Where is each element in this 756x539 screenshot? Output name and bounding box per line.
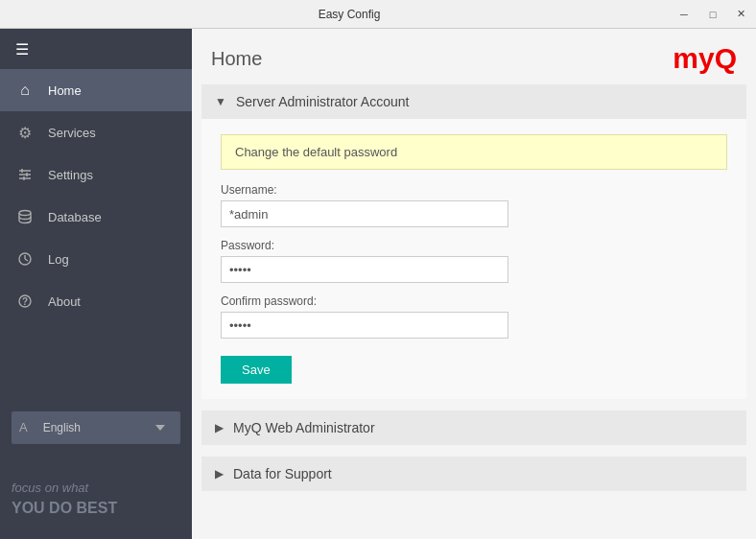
sidebar-bottom: A English German French: [0, 400, 192, 463]
save-button[interactable]: Save: [221, 356, 292, 384]
username-label: Username:: [221, 183, 727, 197]
confirm-password-input[interactable]: [221, 312, 508, 339]
sidebar-item-home-label: Home: [48, 83, 82, 98]
sidebar-item-services-label: Services: [48, 126, 96, 140]
password-input[interactable]: [221, 256, 508, 283]
tagline-line2: YOU DO BEST: [12, 497, 180, 520]
restore-button[interactable]: □: [698, 0, 727, 29]
services-icon: ⚙: [15, 123, 35, 142]
warning-text: Change the default password: [235, 145, 397, 159]
section-data-for-support-title: Data for Support: [233, 466, 332, 481]
logo-dark: my: [673, 42, 714, 74]
chevron-right-icon-2: ▶: [215, 467, 224, 480]
username-group: Username:: [221, 183, 727, 227]
about-icon: ?: [15, 292, 35, 311]
title-bar-title: Easy Config: [319, 8, 381, 21]
logo-red: Q: [715, 42, 737, 74]
sidebar-item-database-label: Database: [48, 210, 102, 224]
sidebar: ☰ ⌂ Home ⚙ Services: [0, 29, 192, 539]
log-icon: [15, 249, 35, 269]
sidebar-item-about[interactable]: ? About: [0, 280, 192, 322]
language-selector[interactable]: English German French: [34, 415, 173, 440]
sidebar-item-about-label: About: [48, 294, 81, 309]
section-myq-web-admin-title: MyQ Web Administrator: [233, 420, 375, 435]
sidebar-item-services[interactable]: ⚙ Services: [0, 111, 192, 153]
sidebar-item-database[interactable]: Database: [0, 196, 192, 238]
app-body: ☰ ⌂ Home ⚙ Services: [0, 29, 756, 539]
content-body: ▼ Server Administrator Account Change th…: [192, 84, 756, 539]
sidebar-nav: ⌂ Home ⚙ Services Sett: [0, 69, 192, 400]
sidebar-item-log[interactable]: Log: [0, 238, 192, 280]
gap-1: [201, 403, 746, 410]
chevron-down-icon: ▼: [215, 95, 226, 108]
content-header: Home myQ: [192, 29, 756, 84]
password-group: Password:: [221, 239, 727, 283]
settings-icon: [15, 165, 35, 184]
database-icon: [15, 207, 35, 226]
section-data-for-support-header[interactable]: ▶ Data for Support: [201, 457, 746, 491]
chevron-right-icon: ▶: [215, 421, 224, 434]
close-button[interactable]: ✕: [727, 0, 756, 29]
myq-logo: myQ: [673, 42, 737, 75]
gap-2: [201, 449, 746, 457]
sidebar-item-settings-label: Settings: [48, 168, 93, 182]
section-server-admin-content: Change the default password Username: Pa…: [201, 119, 746, 399]
svg-point-6: [19, 211, 31, 216]
section-server-admin-header[interactable]: ▼ Server Administrator Account: [201, 84, 746, 119]
section-data-for-support: ▶ Data for Support: [201, 457, 746, 491]
sidebar-item-settings[interactable]: Settings: [0, 153, 192, 196]
sidebar-item-log-label: Log: [48, 252, 69, 267]
minimize-button[interactable]: ─: [670, 0, 698, 29]
title-bar: Easy Config ─ □ ✕: [0, 0, 756, 29]
language-icon: A: [19, 420, 28, 434]
sidebar-tagline: focus on what YOU DO BEST: [0, 463, 192, 540]
confirm-password-label: Confirm password:: [221, 294, 727, 308]
password-label: Password:: [221, 239, 727, 252]
svg-text:?: ?: [22, 296, 28, 307]
main-content: Home myQ ▼ Server Administrator Account …: [192, 29, 756, 539]
sidebar-item-home[interactable]: ⌂ Home: [0, 69, 192, 111]
section-server-admin-title: Server Administrator Account: [236, 94, 410, 109]
home-icon: ⌂: [15, 81, 35, 100]
username-input[interactable]: [221, 200, 508, 227]
section-server-admin: ▼ Server Administrator Account Change th…: [201, 84, 746, 399]
section-myq-web-admin: ▶ MyQ Web Administrator: [201, 410, 746, 445]
confirm-password-group: Confirm password:: [221, 294, 727, 339]
section-myq-web-admin-header[interactable]: ▶ MyQ Web Administrator: [201, 410, 746, 445]
page-title: Home: [211, 48, 262, 70]
warning-box: Change the default password: [221, 134, 727, 170]
title-bar-controls: ─ □ ✕: [670, 0, 756, 29]
hamburger-icon: ☰: [15, 40, 29, 59]
hamburger-menu-button[interactable]: ☰: [0, 29, 192, 69]
tagline-line1: focus on what: [12, 479, 180, 498]
